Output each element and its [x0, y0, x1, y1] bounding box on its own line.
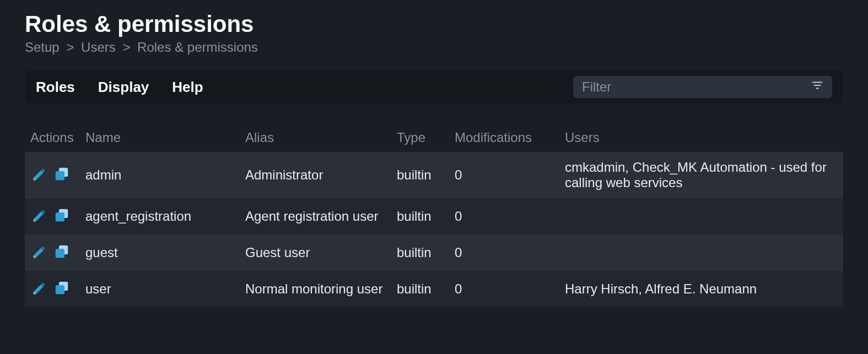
clone-icon[interactable]: [52, 242, 71, 261]
svg-rect-4: [56, 171, 64, 180]
breadcrumb-item: Roles & permissions: [137, 40, 258, 55]
cell-users: [559, 198, 843, 235]
actions-cell: [25, 198, 80, 235]
chevron-right-icon: >: [66, 40, 74, 55]
cell-modifications: 0: [449, 235, 559, 271]
cell-users: cmkadmin, Check_MK Automation - used for…: [559, 152, 843, 198]
filter-input[interactable]: [582, 79, 811, 95]
cell-alias: Normal monitoring user: [240, 271, 391, 307]
cell-name: user: [80, 271, 240, 307]
actions-cell: [25, 152, 80, 198]
column-header-alias: Alias: [240, 123, 391, 152]
svg-rect-6: [56, 213, 64, 221]
menu-roles[interactable]: Roles: [36, 79, 75, 96]
cell-type: builtin: [391, 271, 449, 307]
breadcrumb-item[interactable]: Setup: [25, 40, 60, 55]
edit-icon[interactable]: [30, 242, 49, 261]
clone-icon[interactable]: [52, 165, 71, 183]
edit-icon[interactable]: [30, 165, 49, 183]
cell-type: builtin: [391, 198, 449, 235]
clone-icon[interactable]: [52, 279, 71, 297]
page-title: Roles & permissions: [25, 11, 843, 37]
column-header-users: Users: [559, 123, 843, 152]
toolbar: Roles Display Help: [25, 70, 843, 104]
edit-icon[interactable]: [30, 279, 49, 297]
menu-help[interactable]: Help: [172, 79, 203, 96]
column-header-name: Name: [80, 123, 240, 152]
chevron-right-icon: >: [122, 40, 130, 55]
table-row: guestGuest userbuiltin0: [25, 235, 843, 271]
table-row: agent_registrationAgent registration use…: [25, 198, 843, 235]
edit-icon[interactable]: [30, 206, 49, 225]
actions-cell: [25, 271, 80, 307]
svg-rect-10: [56, 285, 64, 294]
column-header-type: Type: [391, 123, 449, 152]
filter-field: [573, 76, 832, 98]
breadcrumb: Setup > Users > Roles & permissions: [25, 40, 843, 55]
menu-display[interactable]: Display: [98, 79, 149, 96]
cell-name: guest: [80, 235, 240, 271]
actions-cell: [25, 235, 80, 271]
cell-name: agent_registration: [80, 198, 240, 235]
cell-alias: Administrator: [240, 152, 391, 198]
cell-type: builtin: [391, 235, 449, 271]
column-header-modifications: Modifications: [449, 123, 559, 152]
roles-table: Actions Name Alias Type Modifications Us…: [25, 123, 843, 307]
cell-modifications: 0: [449, 152, 559, 198]
column-header-actions: Actions: [25, 123, 80, 152]
cell-name: admin: [80, 152, 240, 198]
cell-type: builtin: [391, 152, 449, 198]
filter-icon[interactable]: [811, 79, 823, 95]
cell-users: Harry Hirsch, Alfred E. Neumann: [559, 271, 843, 307]
cell-modifications: 0: [449, 271, 559, 307]
cell-modifications: 0: [449, 198, 559, 235]
clone-icon[interactable]: [52, 206, 71, 225]
table-row: userNormal monitoring userbuiltin0Harry …: [25, 271, 843, 307]
cell-alias: Agent registration user: [240, 198, 391, 235]
cell-alias: Guest user: [240, 235, 391, 271]
cell-users: [559, 235, 843, 271]
table-row: adminAdministratorbuiltin0cmkadmin, Chec…: [25, 152, 843, 198]
breadcrumb-item[interactable]: Users: [81, 40, 116, 55]
svg-rect-8: [56, 249, 64, 258]
